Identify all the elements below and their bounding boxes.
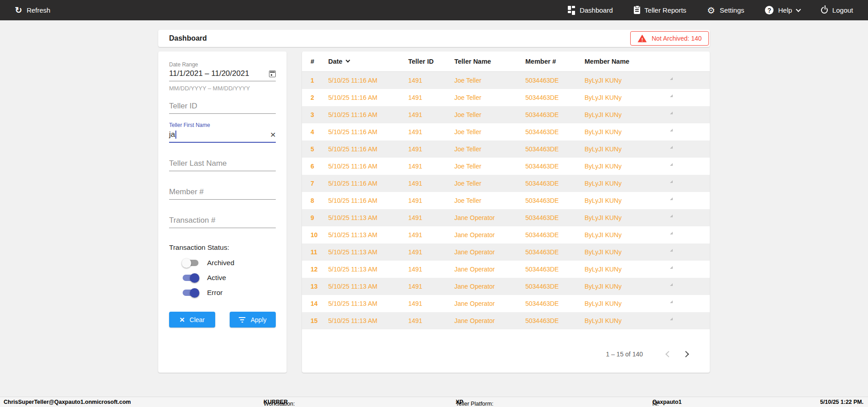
table-row[interactable]: 155/10/25 11:13 AM1491Jane Operator50344… (302, 312, 710, 329)
teller-id-field[interactable]: Teller ID (169, 102, 276, 114)
active-toggle[interactable] (183, 275, 198, 281)
cell-date: 5/10/25 11:16 AM (328, 77, 408, 84)
chevron-down-icon (796, 7, 801, 12)
refresh-button[interactable]: ↻ Refresh (15, 6, 50, 14)
pagination: 1 – 15 of 140 (302, 347, 710, 373)
nav-settings[interactable]: ⚙ Settings (707, 6, 744, 15)
table-row[interactable]: 65/10/25 11:16 AM1491Joe Teller5034463DE… (302, 158, 710, 175)
teller-last-name-field[interactable]: Teller Last Name (169, 159, 276, 171)
cell-teller-name: Joe Teller (454, 180, 525, 187)
cell-member-number: 5034463DE (525, 266, 585, 273)
cell-row-number: 3 (311, 111, 328, 118)
clear-field-icon[interactable]: × (270, 130, 276, 139)
teller-first-name-field[interactable]: Teller First Name ja × (169, 122, 276, 143)
date-range-field[interactable]: Date Range 11/1/2021 – 11/20/2021 MM/DD/… (169, 61, 276, 92)
teller-first-name-value: ja (169, 130, 175, 139)
nav-teller-reports[interactable]: Teller Reports (634, 6, 687, 14)
cell-row-number: 1 (311, 77, 328, 84)
table-row[interactable]: 35/10/25 11:16 AM1491Joe Teller5034463DE… (302, 106, 710, 123)
column-header-date[interactable]: Date (328, 58, 408, 65)
cell-row-number: 11 (311, 248, 328, 256)
cell-member-name: ByLyJI KUNy (585, 214, 673, 221)
column-header-teller-id[interactable]: Teller ID (408, 58, 454, 65)
table-row[interactable]: 115/10/25 11:13 AM1491Jane Operator50344… (302, 243, 710, 261)
column-header-teller-name[interactable]: Teller Name (454, 58, 525, 65)
cell-member-number: 5034463DE (525, 145, 585, 153)
results-table: # Date Teller ID Teller Name Member # Me… (302, 51, 710, 373)
cell-teller-name: Jane Operator (454, 266, 525, 273)
table-row[interactable]: 95/10/25 11:13 AM1491Jane Operator503446… (302, 209, 710, 226)
column-header-member-number[interactable]: Member # (525, 58, 585, 65)
table-row[interactable]: 75/10/25 11:16 AM1491Joe Teller5034463DE… (302, 175, 710, 192)
page-header: Dashboard Not Archived: 140 (158, 30, 710, 47)
help-icon: ? (765, 6, 774, 14)
cell-member-number: 5034463DE (525, 180, 585, 187)
archived-toggle[interactable] (183, 260, 198, 266)
table-row[interactable]: 145/10/25 11:13 AM1491Jane Operator50344… (302, 295, 710, 312)
not-archived-badge[interactable]: Not Archived: 140 (630, 31, 709, 46)
logged-in-user: ChrisSuperTeller@Qaxpauto1.onmicrosoft.c… (4, 399, 131, 405)
cell-teller-name: Joe Teller (454, 111, 525, 118)
cell-date: 5/10/25 11:13 AM (328, 266, 408, 273)
table-row[interactable]: 85/10/25 11:16 AM1491Joe Teller5034463DE… (302, 192, 710, 209)
cell-teller-id: 1491 (408, 248, 454, 256)
cell-row-number: 8 (311, 197, 328, 204)
cell-member-number: 5034463DE (525, 197, 585, 204)
table-row[interactable]: 15/10/25 11:16 AM1491Joe Teller5034463DE… (302, 72, 710, 89)
cell-teller-name: Jane Operator (454, 231, 525, 239)
teller-platform-status: Teller Platform: XP (456, 399, 463, 405)
cell-teller-name: Jane Operator (454, 283, 525, 290)
cell-member-name: ByLyJI KUNy (585, 163, 673, 170)
cell-date: 5/10/25 11:13 AM (328, 248, 408, 256)
nav-dashboard-label: Dashboard (580, 6, 613, 14)
toggle-label: Active (207, 274, 226, 282)
column-header-member-name[interactable]: Member Name (585, 58, 673, 65)
nav-dashboard[interactable]: Dashboard (568, 6, 613, 15)
table-row[interactable]: 125/10/25 11:13 AM1491Jane Operator50344… (302, 261, 710, 278)
calendar-icon[interactable] (269, 70, 276, 77)
cell-teller-id: 1491 (408, 317, 454, 324)
clear-button-label: Clear (189, 316, 204, 323)
member-number-field[interactable]: Member # (169, 187, 276, 200)
clear-button[interactable]: × Clear (169, 312, 215, 327)
filter-icon (239, 317, 245, 323)
table-row[interactable]: 45/10/25 11:16 AM1491Joe Teller5034463DE… (302, 123, 710, 140)
cell-member-name: ByLyJI KUNy (585, 317, 673, 324)
gear-icon: ⚙ (707, 6, 715, 15)
pagination-next-button[interactable] (680, 347, 693, 361)
nav-teller-reports-label: Teller Reports (645, 6, 687, 14)
cell-teller-name: Joe Teller (454, 197, 525, 204)
transaction-number-field[interactable]: Transaction # (169, 216, 276, 228)
cell-member-name: ByLyJI KUNy (585, 77, 673, 84)
cell-member-number: 5034463DE (525, 317, 585, 324)
dashboard-icon (568, 6, 575, 15)
nav-help[interactable]: ? Help (765, 6, 800, 14)
date-range-value[interactable]: 11/1/2021 – 11/20/2021 (169, 69, 249, 78)
cell-member-name: ByLyJI KUNy (585, 283, 673, 290)
table-row[interactable]: 55/10/25 11:16 AM1491Joe Teller5034463DE… (302, 140, 710, 158)
nav-logout[interactable]: Logout (821, 6, 853, 14)
cell-row-number: 15 (311, 317, 328, 324)
transaction-number-placeholder: Transaction # (169, 216, 276, 225)
table-row[interactable]: 105/10/25 11:13 AM1491Jane Operator50344… (302, 226, 710, 243)
top-navbar: ↻ Refresh Dashboard Teller Reports ⚙ Set… (0, 0, 868, 20)
cell-date: 5/10/25 11:13 AM (328, 231, 408, 239)
date-range-underline (169, 81, 276, 81)
error-toggle[interactable] (183, 290, 198, 296)
table-row[interactable]: 25/10/25 11:16 AM1491Joe Teller5034463DE… (302, 89, 710, 106)
cell-teller-id: 1491 (408, 111, 454, 118)
nav-help-label: Help (778, 6, 792, 14)
table-row[interactable]: 135/10/25 11:13 AM1491Jane Operator50344… (302, 278, 710, 295)
cell-teller-id: 1491 (408, 214, 454, 221)
apply-button[interactable]: Apply (230, 312, 276, 327)
cell-date: 5/10/25 11:16 AM (328, 163, 408, 170)
cell-teller-id: 1491 (408, 128, 454, 136)
status-datetime: 5/10/25 1:22 PM. (820, 399, 863, 405)
cell-teller-name: Joe Teller (454, 128, 525, 136)
column-header-num[interactable]: # (311, 58, 328, 65)
cell-teller-id: 1491 (408, 266, 454, 273)
cell-member-number: 5034463DE (525, 214, 585, 221)
pagination-prev-button[interactable] (661, 347, 675, 361)
toggle-label: Archived (207, 259, 234, 267)
toggle-row-archived: Archived (183, 259, 276, 267)
